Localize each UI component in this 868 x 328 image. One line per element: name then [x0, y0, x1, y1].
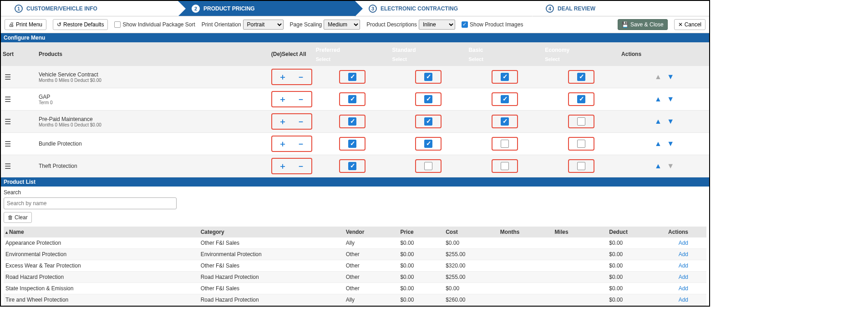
- search-label: Search: [4, 189, 706, 196]
- select-all-icon[interactable]: ＋: [275, 116, 290, 127]
- product-name: Vehicle Service Contract: [39, 71, 268, 78]
- plan-economy-checkbox[interactable]: [577, 73, 585, 81]
- header-vendor[interactable]: Vendor: [344, 227, 399, 237]
- plan-preferred-select[interactable]: Select: [316, 55, 389, 63]
- plan-standard-checkbox[interactable]: [424, 162, 432, 170]
- save-close-button[interactable]: 💾 Save & Close: [618, 19, 668, 30]
- add-link[interactable]: Add: [679, 274, 688, 280]
- plan-economy-checkbox[interactable]: [577, 162, 585, 170]
- print-menu-button[interactable]: 🖨 Print Menu: [5, 19, 46, 30]
- step-number-icon: 4: [546, 5, 554, 13]
- select-all-icon[interactable]: ＋: [275, 94, 290, 105]
- cell-vendor: Ally: [344, 237, 399, 249]
- deselect-all-icon[interactable]: －: [293, 138, 309, 149]
- header-plan-preferred[interactable]: Preferred Select: [314, 42, 391, 66]
- cell-months: [498, 249, 553, 260]
- move-down-icon[interactable]: ▼: [665, 95, 676, 103]
- cell-miles: [553, 260, 608, 272]
- plan-basic-checkbox[interactable]: [501, 162, 509, 170]
- cell-months: [498, 272, 553, 283]
- cancel-button[interactable]: ✕ Cancel: [674, 19, 706, 30]
- add-link[interactable]: Add: [679, 262, 688, 269]
- step-3[interactable]: 3ELECTRONIC CONTRACTING: [355, 1, 532, 16]
- plan-preferred-checkbox[interactable]: [348, 95, 356, 103]
- page-scaling-select[interactable]: SmallMediumLarge: [324, 20, 360, 30]
- cell-cost: $255.00: [444, 272, 498, 283]
- plan-standard-checkbox[interactable]: [424, 140, 432, 148]
- cell-vendor: Other: [344, 260, 399, 272]
- move-up-icon[interactable]: ▲: [653, 117, 664, 125]
- cell-name: Excess Wear & Tear Protection: [4, 260, 199, 272]
- show-individual-sort-checkbox[interactable]: [114, 21, 121, 28]
- plan-basic-checkbox[interactable]: [501, 117, 509, 126]
- move-up-icon[interactable]: ▲: [653, 162, 664, 170]
- add-link[interactable]: Add: [679, 297, 688, 303]
- header-plan-economy[interactable]: Economy Select: [543, 42, 619, 66]
- move-down-icon[interactable]: ▼: [665, 140, 676, 147]
- plan-preferred-checkbox[interactable]: [348, 140, 356, 148]
- deselect-all-icon[interactable]: －: [293, 94, 309, 105]
- step-1[interactable]: 1CUSTOMER/VEHICLE INFO: [1, 1, 178, 16]
- cell-cost: $0.00: [444, 237, 498, 249]
- header-plan-basic[interactable]: Basic Select: [467, 42, 543, 66]
- plan-basic-select[interactable]: Select: [468, 55, 541, 63]
- restore-defaults-button[interactable]: ↺ Restore Defaults: [53, 19, 108, 30]
- drag-handle-icon[interactable]: ☰: [3, 73, 11, 81]
- plan-economy-checkbox[interactable]: [577, 95, 585, 103]
- add-link[interactable]: Add: [679, 285, 688, 292]
- deselect-all-icon[interactable]: －: [293, 161, 309, 172]
- header-miles[interactable]: Miles: [553, 227, 608, 237]
- select-all-icon[interactable]: ＋: [275, 71, 290, 82]
- cell-vendor: Ally: [344, 294, 399, 306]
- step-4[interactable]: 4DEAL REVIEW: [532, 1, 709, 16]
- cell-deduct: $0.00: [607, 249, 666, 260]
- deselect-all-icon[interactable]: －: [293, 71, 309, 82]
- header-category[interactable]: Category: [199, 227, 344, 237]
- drag-handle-icon[interactable]: ☰: [3, 118, 11, 126]
- plan-standard-select[interactable]: Select: [392, 55, 465, 63]
- plan-standard-checkbox[interactable]: [424, 73, 432, 81]
- header-plan-standard[interactable]: Standard Select: [391, 42, 467, 66]
- clear-button[interactable]: 🗑 Clear: [4, 212, 32, 223]
- move-down-icon[interactable]: ▼: [665, 117, 676, 125]
- header-cost[interactable]: Cost: [444, 227, 498, 237]
- drag-handle-icon[interactable]: ☰: [3, 96, 11, 103]
- plan-preferred-checkbox[interactable]: [348, 73, 356, 81]
- drag-handle-icon[interactable]: ☰: [3, 162, 11, 170]
- cell-vendor: Other: [344, 283, 399, 294]
- header-months[interactable]: Months: [498, 227, 553, 237]
- plan-economy-checkbox[interactable]: [577, 117, 585, 126]
- header-price[interactable]: Price: [398, 227, 444, 237]
- cell-cost: $0.00: [444, 283, 498, 294]
- show-product-images-checkbox[interactable]: [462, 21, 468, 28]
- plan-economy-select[interactable]: Select: [545, 55, 618, 63]
- plan-basic-checkbox[interactable]: [501, 140, 509, 148]
- move-down-icon[interactable]: ▼: [665, 73, 676, 81]
- plan-preferred-checkbox[interactable]: [348, 117, 356, 126]
- undo-icon: ↺: [57, 21, 61, 28]
- move-up-icon[interactable]: ▲: [653, 140, 664, 147]
- step-2[interactable]: 2PRODUCT PRICING: [178, 1, 355, 16]
- plan-basic-checkbox[interactable]: [501, 95, 509, 103]
- cell-deduct: $0.00: [607, 294, 666, 306]
- move-up-icon[interactable]: ▲: [653, 95, 664, 103]
- deselect-all-icon[interactable]: －: [293, 116, 309, 127]
- toolbar: 🖨 Print Menu ↺ Restore Defaults Show Ind…: [1, 16, 709, 33]
- drag-handle-icon[interactable]: ☰: [3, 140, 11, 148]
- add-link[interactable]: Add: [679, 251, 688, 257]
- plan-preferred-checkbox[interactable]: [348, 162, 356, 170]
- plan-basic-checkbox[interactable]: [501, 73, 509, 81]
- plan-standard-checkbox[interactable]: [424, 117, 432, 126]
- plan-economy-checkbox[interactable]: [577, 140, 585, 148]
- print-orientation-select[interactable]: PortraitLandscape: [243, 20, 284, 30]
- plan-standard-checkbox[interactable]: [424, 95, 432, 103]
- search-input[interactable]: [4, 197, 177, 209]
- header-deduct[interactable]: Deduct: [607, 227, 666, 237]
- show-individual-sort[interactable]: Show Individual Package Sort: [114, 21, 195, 28]
- add-link[interactable]: Add: [679, 240, 688, 246]
- select-all-icon[interactable]: ＋: [275, 138, 290, 149]
- product-descriptions-select[interactable]: InlineTooltipNone: [419, 20, 455, 30]
- header-name[interactable]: Name: [4, 227, 199, 237]
- select-all-icon[interactable]: ＋: [275, 161, 290, 172]
- show-product-images[interactable]: Show Product Images: [462, 21, 523, 28]
